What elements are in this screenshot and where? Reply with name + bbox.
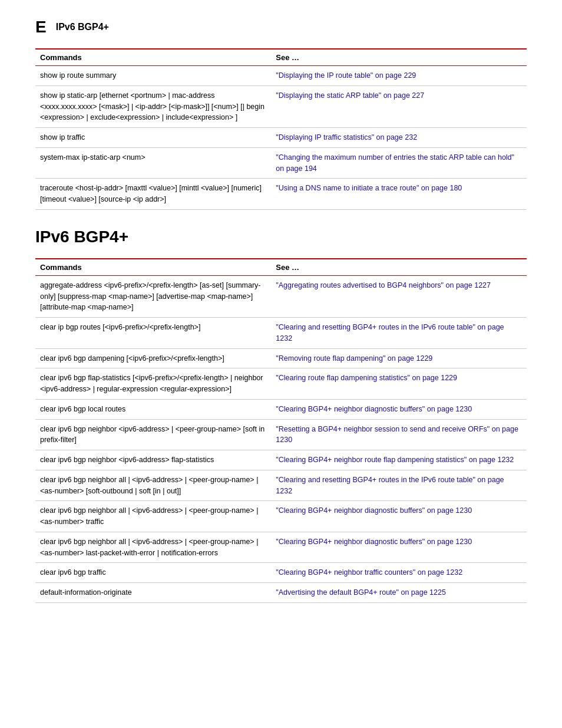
see-cell: "Clearing BGP4+ neighbor traffic counter… [271, 563, 527, 583]
see-cell: "Clearing BGP4+ neighbor route flap damp… [271, 450, 527, 470]
table-row: clear ipv6 bgp dampening [<ipv6-prefix>/… [35, 348, 527, 368]
command-cell: clear ipv6 bgp neighbor <ipv6-address> |… [35, 419, 271, 450]
see-cell: "Removing route flap dampening" on page … [271, 348, 527, 368]
command-cell: clear ipv6 bgp flap-statistics [<ipv6-pr… [35, 368, 271, 400]
top-col2-header: See … [271, 49, 527, 66]
command-cell: clear ipv6 bgp neighbor all | <ipv6-addr… [35, 501, 271, 532]
command-cell: clear ipv6 bgp dampening [<ipv6-prefix>/… [35, 348, 271, 368]
table-row: aggregate-address <ipv6-prefix>/<prefix-… [35, 275, 527, 317]
see-link[interactable]: "Clearing BGP4+ neighbor route flap damp… [276, 456, 514, 464]
table-row: clear ip bgp routes [<ipv6-prefix>/<pref… [35, 318, 527, 349]
table-row: clear ipv6 bgp neighbor all | <ipv6-addr… [35, 532, 527, 563]
table-row: system-max ip-static-arp <num>"Changing … [35, 147, 527, 179]
see-cell: "Changing the maximum number of entries … [271, 147, 527, 179]
see-link[interactable]: "Changing the maximum number of entries … [276, 153, 514, 173]
see-link[interactable]: "Clearing route flap dampening statistic… [276, 374, 457, 382]
top-table-section: Commands See … show ip route summary"Dis… [35, 48, 527, 210]
see-cell: "Displaying the static ARP table" on pag… [271, 85, 527, 127]
see-link[interactable]: "Clearing BGP4+ neighbor diagnostic buff… [276, 506, 472, 515]
see-link[interactable]: "Clearing and resetting BGP4+ routes in … [276, 323, 504, 342]
command-cell: aggregate-address <ipv6-prefix>/<prefix-… [35, 275, 271, 317]
see-link[interactable]: "Displaying the IP route table" on page … [276, 71, 416, 80]
bgp-table-section: Commands See … aggregate-address <ipv6-p… [35, 258, 527, 603]
see-link[interactable]: "Resetting a BGP4+ neighbor session to s… [276, 425, 518, 444]
command-cell: clear ipv6 bgp local routes [35, 399, 271, 419]
command-cell: show ip route summary [35, 66, 271, 86]
command-cell: clear ipv6 bgp neighbor <ipv6-address> f… [35, 450, 271, 470]
see-link[interactable]: "Advertising the default BGP4+ route" on… [276, 588, 446, 597]
header-title: IPv6 BGP4+ [56, 22, 109, 32]
command-cell: clear ip bgp routes [<ipv6-prefix>/<pref… [35, 318, 271, 349]
bgp-col2-header: See … [271, 259, 527, 276]
table-row: clear ipv6 bgp neighbor all | <ipv6-addr… [35, 501, 527, 532]
see-cell: "Clearing route flap dampening statistic… [271, 368, 527, 400]
see-cell: "Clearing and resetting BGP4+ routes in … [271, 318, 527, 349]
table-row: clear ipv6 bgp neighbor <ipv6-address> f… [35, 450, 527, 470]
table-row: clear ipv6 bgp traffic"Clearing BGP4+ ne… [35, 563, 527, 583]
see-cell: "Clearing and resetting BGP4+ routes in … [271, 470, 527, 501]
see-link[interactable]: "Aggregating routes advertised to BGP4 n… [276, 281, 491, 289]
see-cell: "Displaying IP traffic statistics" on pa… [271, 128, 527, 148]
table-row: show ip route summary"Displaying the IP … [35, 66, 527, 86]
top-table-header-row: Commands See … [35, 49, 527, 66]
see-cell: "Resetting a BGP4+ neighbor session to s… [271, 419, 527, 450]
see-link[interactable]: "Displaying the static ARP table" on pag… [276, 91, 424, 100]
table-row: clear ipv6 bgp local routes"Clearing BGP… [35, 399, 527, 419]
table-row: traceroute <host-ip-addr> [maxttl <value… [35, 179, 527, 210]
see-link[interactable]: "Clearing BGP4+ neighbor diagnostic buff… [276, 405, 472, 413]
page-header: E IPv6 BGP4+ [35, 18, 527, 37]
see-link[interactable]: "Clearing BGP4+ neighbor diagnostic buff… [276, 538, 472, 546]
see-cell: "Clearing BGP4+ neighbor diagnostic buff… [271, 399, 527, 419]
see-cell: "Aggregating routes advertised to BGP4 n… [271, 275, 527, 317]
command-cell: system-max ip-static-arp <num> [35, 147, 271, 179]
see-link[interactable]: "Using a DNS name to initiate a trace ro… [276, 184, 462, 192]
table-row: clear ipv6 bgp neighbor all | <ipv6-addr… [35, 470, 527, 501]
section-heading: IPv6 BGP4+ [35, 228, 527, 246]
see-cell: "Displaying the IP route table" on page … [271, 66, 527, 86]
top-col1-header: Commands [35, 49, 271, 66]
see-link[interactable]: "Clearing and resetting BGP4+ routes in … [276, 476, 504, 495]
bgp-commands-table: Commands See … aggregate-address <ipv6-p… [35, 258, 527, 603]
see-cell: "Clearing BGP4+ neighbor diagnostic buff… [271, 532, 527, 563]
see-link[interactable]: "Removing route flap dampening" on page … [276, 354, 432, 363]
table-row: show ip traffic"Displaying IP traffic st… [35, 128, 527, 148]
command-cell: clear ipv6 bgp neighbor all | <ipv6-addr… [35, 470, 271, 501]
see-link[interactable]: "Clearing BGP4+ neighbor traffic counter… [276, 568, 462, 577]
see-cell: "Using a DNS name to initiate a trace ro… [271, 179, 527, 210]
command-cell: default-information-originate [35, 583, 271, 603]
bgp-col1-header: Commands [35, 259, 271, 276]
command-cell: show ip traffic [35, 128, 271, 148]
table-row: show ip static-arp [ethernet <portnum> |… [35, 85, 527, 127]
command-cell: clear ipv6 bgp neighbor all | <ipv6-addr… [35, 532, 271, 563]
see-cell: "Clearing BGP4+ neighbor diagnostic buff… [271, 501, 527, 532]
command-cell: show ip static-arp [ethernet <portnum> |… [35, 85, 271, 127]
top-commands-table: Commands See … show ip route summary"Dis… [35, 48, 527, 210]
table-row: clear ipv6 bgp flap-statistics [<ipv6-pr… [35, 368, 527, 400]
table-row: default-information-originate"Advertisin… [35, 583, 527, 603]
command-cell: clear ipv6 bgp traffic [35, 563, 271, 583]
see-cell: "Advertising the default BGP4+ route" on… [271, 583, 527, 603]
command-cell: traceroute <host-ip-addr> [maxttl <value… [35, 179, 271, 210]
bgp-table-header-row: Commands See … [35, 259, 527, 276]
table-row: clear ipv6 bgp neighbor <ipv6-address> |… [35, 419, 527, 450]
header-letter: E [35, 18, 47, 37]
see-link[interactable]: "Displaying IP traffic statistics" on pa… [276, 133, 417, 141]
